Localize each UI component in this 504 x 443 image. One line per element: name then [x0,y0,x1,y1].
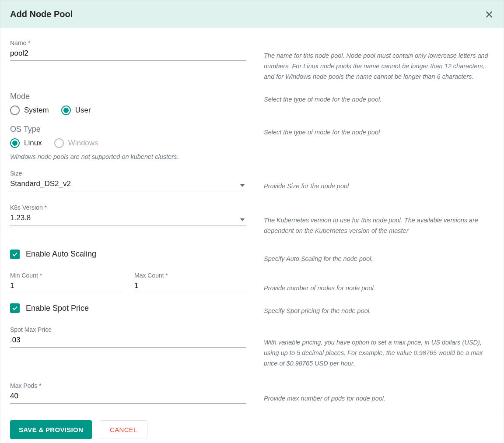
k8s-label: K8s Version * [10,204,246,211]
name-help: The name for this node pool. Node pool m… [264,39,494,82]
size-value: Standard_DS2_v2 [10,178,246,191]
maxpods-input[interactable] [10,390,246,404]
spotprice-checkbox[interactable] [10,303,20,313]
dialog-title: Add Node Pool [10,9,73,19]
dialog-body: Name * The name for this node pool. Node… [0,28,504,413]
radio-icon [10,105,20,115]
mincount-input[interactable] [10,280,122,293]
spotmax-help: With variable pricing, you have option t… [264,326,494,369]
dialog-footer: SAVE & PROVISION CANCEL [0,413,504,443]
name-label: Name * [10,39,246,46]
mode-user-label: User [75,106,91,115]
autoscaling-checkbox[interactable] [10,250,20,259]
close-icon[interactable] [484,10,494,19]
spotmax-input[interactable] [10,334,246,348]
mode-radio-system[interactable]: System [10,105,49,115]
size-label: Size [10,170,246,177]
size-help: Provide Size for the node pool [264,170,494,192]
dialog-header: Add Node Pool [0,0,504,28]
mode-label: Mode [10,92,246,101]
ostype-label: OS Type [10,125,246,134]
ostype-linux-label: Linux [24,139,42,148]
radio-icon [10,138,20,148]
radio-icon [61,105,71,115]
k8s-help: The Kubernetes version to use for this n… [264,204,494,236]
ostype-radio-windows: Windows [54,138,98,148]
count-help: Provide number of nodes for node pool. [264,272,494,294]
spotmax-label: Spot Max Price [10,326,246,333]
maxpods-label: Max Pods * [10,382,246,389]
maxcount-label: Max Count * [134,272,246,279]
mincount-label: Min Count * [10,272,122,279]
k8s-select[interactable]: 1.23.8 [10,212,246,225]
cancel-button[interactable]: CANCEL [100,420,147,439]
ostype-hint: Windows node pools are not supported on … [10,153,246,160]
save-provision-button[interactable]: SAVE & PROVISION [10,420,92,439]
size-select[interactable]: Standard_DS2_v2 [10,178,246,191]
k8s-value: 1.23.8 [10,212,246,225]
check-icon [11,251,18,258]
radio-icon [54,138,64,148]
spotprice-help: Specify Spot pricing for the node pool. [264,303,494,316]
check-icon [11,305,18,312]
mode-help: Select the type of mode for the node poo… [264,92,494,105]
mode-system-label: System [24,106,49,115]
maxcount-input[interactable] [134,280,246,293]
autoscaling-label: Enable Auto Scaling [26,250,96,259]
ostype-help: Select the type of mode for the node poo… [264,125,494,138]
spotprice-label: Enable Spot Price [26,304,89,313]
ostype-radio-linux[interactable]: Linux [10,138,42,148]
ostype-windows-label: Windows [68,139,98,148]
name-input[interactable] [10,47,246,61]
autoscaling-help: Specify Auto Scaling for the node pool. [264,250,494,264]
mode-radio-user[interactable]: User [61,105,91,115]
maxpods-help: Provide max number of pods for node pool… [264,382,494,404]
